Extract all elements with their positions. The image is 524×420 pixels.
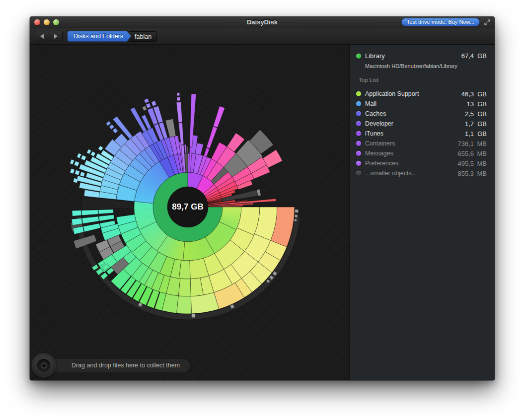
list-item[interactable]: iTunes1,1GB: [356, 129, 487, 139]
sunburst-segment[interactable]: [113, 128, 118, 134]
sunburst-segment[interactable]: [213, 106, 225, 128]
item-color-dot: [356, 171, 361, 176]
item-unit: GB: [474, 90, 487, 98]
item-color-dot: [356, 101, 361, 106]
list-item[interactable]: Developer1,7GB: [356, 119, 487, 129]
chart-area: 89,7 GB Drag and drop files here to coll…: [30, 45, 349, 380]
item-unit: MB: [474, 160, 487, 167]
sidebar: Library 67,4 GB Macintosh HD/Benutzer/fa…: [349, 45, 495, 380]
fullscreen-icon[interactable]: [484, 19, 491, 26]
item-name: Preferences: [365, 160, 454, 167]
list-item[interactable]: Application Support46,3GB: [356, 89, 487, 99]
item-unit: GB: [474, 110, 487, 118]
sunburst-segment[interactable]: [106, 121, 111, 126]
sunburst-segment[interactable]: [99, 215, 114, 221]
item-unit: MB: [474, 140, 487, 147]
sunburst-segment[interactable]: [207, 127, 218, 148]
total-size-label: 89,7 GB: [172, 202, 203, 212]
back-icon: [40, 34, 44, 39]
sunburst-segment[interactable]: [109, 124, 114, 129]
sunburst-segment[interactable]: [186, 146, 188, 153]
item-color-dot: [356, 111, 361, 116]
top-list-heading: Top List: [359, 77, 487, 83]
selected-folder-unit: GB: [474, 52, 487, 60]
title-bar[interactable]: DaisyDisk Test drive mode. Buy Now...: [30, 16, 495, 28]
item-name: ...smaller objects...: [365, 170, 454, 177]
collector-target[interactable]: [31, 353, 56, 378]
sunburst-segment[interactable]: [192, 313, 196, 317]
selected-folder-size: 67,4: [454, 52, 474, 60]
item-size: 495,5: [454, 160, 474, 167]
daisydisk-window: DaisyDisk Test drive mode. Buy Now... Di…: [30, 16, 495, 380]
history-nav-group: [35, 31, 63, 42]
sunburst-segment[interactable]: [75, 170, 80, 175]
item-name: Containers: [365, 140, 454, 147]
item-color-dot: [356, 161, 361, 166]
sunburst-segment[interactable]: [73, 178, 78, 183]
list-item[interactable]: Messages655,6MB: [356, 148, 487, 158]
buy-now-button[interactable]: Test drive mode. Buy Now...: [401, 18, 480, 26]
sunburst-segment[interactable]: [165, 119, 176, 137]
sunburst-segment[interactable]: [176, 102, 182, 123]
sunburst-segment[interactable]: [144, 98, 149, 103]
sunburst-segment[interactable]: [74, 161, 79, 166]
item-size: 655,6: [454, 150, 474, 157]
list-item[interactable]: Preferences495,5MB: [356, 158, 487, 168]
item-unit: MB: [474, 150, 487, 157]
sunburst-segment[interactable]: [178, 279, 191, 296]
sunburst-chart[interactable]: [30, 45, 349, 380]
item-size: 2,5: [454, 110, 474, 118]
sunburst-segment[interactable]: [151, 101, 156, 106]
forward-button[interactable]: [49, 31, 62, 42]
sunburst-segment[interactable]: [70, 159, 75, 164]
list-item[interactable]: Containers736,1MB: [356, 139, 487, 148]
sunburst-segment[interactable]: [179, 123, 184, 144]
folder-color-dot: [356, 54, 361, 59]
sunburst-segment[interactable]: [195, 143, 203, 155]
item-size: 46,3: [454, 90, 474, 98]
forward-icon: [54, 34, 58, 39]
list-item[interactable]: Mail13GB: [356, 99, 487, 109]
sunburst-segment[interactable]: [295, 214, 298, 217]
sunburst-segment[interactable]: [83, 223, 100, 232]
back-button[interactable]: [35, 31, 49, 42]
sunburst-segment[interactable]: [91, 151, 96, 156]
item-size: 736,1: [454, 140, 474, 147]
sunburst-segment[interactable]: [81, 155, 86, 160]
navigation-toolbar: Disks and Folders fabian: [30, 28, 495, 45]
selected-folder-row[interactable]: Library 67,4 GB: [356, 52, 487, 60]
sunburst-segment[interactable]: [72, 210, 81, 216]
item-name: Caches: [365, 110, 454, 117]
breadcrumb-fabian[interactable]: fabian: [129, 31, 157, 42]
sunburst-segment[interactable]: [87, 149, 91, 154]
breadcrumb-disks-and-folders[interactable]: Disks and Folders: [68, 31, 131, 42]
sunburst-segment[interactable]: [295, 210, 299, 213]
collector-hint: Drag and drop files here to collect them: [45, 359, 190, 372]
sunburst-segment[interactable]: [146, 103, 151, 108]
sunburst-segment[interactable]: [81, 210, 98, 215]
sunburst-segment[interactable]: [177, 296, 192, 314]
item-color-dot: [356, 121, 361, 126]
sunburst-segment[interactable]: [70, 168, 75, 173]
sunburst-segment[interactable]: [80, 172, 85, 177]
sunburst-segment[interactable]: [184, 144, 186, 153]
sunburst-segment[interactable]: [98, 146, 103, 151]
collector-ring-icon: [37, 359, 50, 372]
item-name: Messages: [365, 150, 454, 157]
sunburst-segment[interactable]: [177, 93, 180, 96]
item-unit: MB: [474, 170, 487, 177]
sunburst-segment[interactable]: [294, 219, 297, 222]
sunburst-segment[interactable]: [82, 216, 99, 224]
item-size: 13: [454, 100, 474, 108]
list-item[interactable]: ...smaller objects...855,3MB: [356, 168, 487, 178]
item-name: Mail: [365, 100, 454, 107]
sunburst-segment[interactable]: [98, 210, 113, 214]
item-name: iTunes: [365, 130, 454, 137]
list-item[interactable]: Caches2,5GB: [356, 109, 487, 119]
item-size: 1,7: [454, 120, 474, 128]
sunburst-segment[interactable]: [77, 153, 81, 158]
selected-folder-path: Macintosh HD/Benutzer/fabian/Library: [365, 63, 487, 69]
sunburst-segment[interactable]: [142, 106, 147, 111]
sunburst-segment[interactable]: [177, 97, 180, 101]
sunburst-segment[interactable]: [204, 148, 209, 157]
